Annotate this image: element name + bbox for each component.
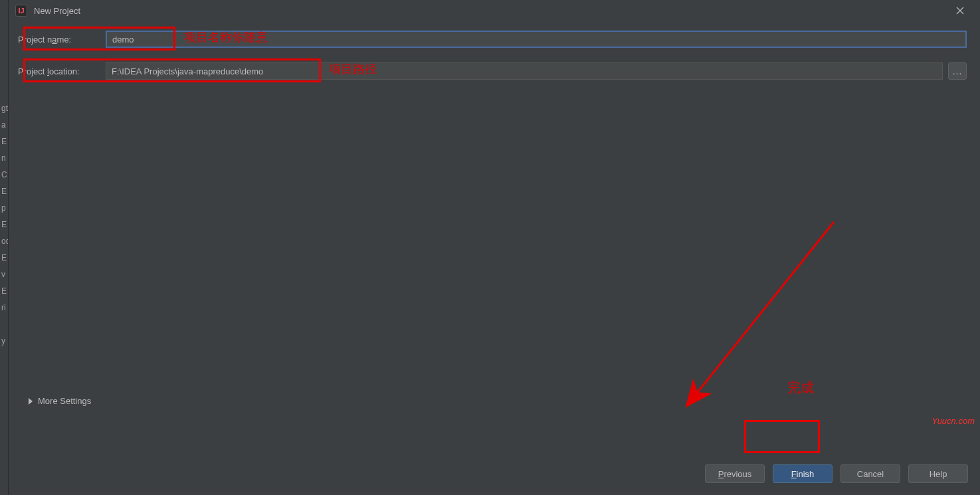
previous-button[interactable]: Previous <box>705 464 765 483</box>
background-text: y <box>0 332 8 349</box>
annotation-box-finish <box>744 420 820 453</box>
annotation-arrow <box>568 215 847 428</box>
background-text: E <box>0 133 8 149</box>
background-sidebar-peek: gtaEnCEpEocEvEriy <box>0 100 8 349</box>
svg-line-2 <box>688 222 834 405</box>
watermark: Yuucn.com <box>931 416 975 426</box>
background-text: v <box>0 266 8 282</box>
background-text: a <box>0 116 8 133</box>
background-text: E <box>0 183 8 199</box>
project-name-label: Project name: <box>18 35 99 45</box>
background-text: E <box>0 282 8 299</box>
help-button[interactable]: Help <box>908 464 968 483</box>
new-project-dialog: IJ New Project Project name: 项目名称你随意 Pro… <box>8 0 980 495</box>
background-text: oc <box>0 233 8 249</box>
browse-button[interactable]: ... <box>948 62 967 80</box>
dialog-content: Project name: 项目名称你随意 Project location: … <box>9 21 980 458</box>
titlebar: IJ New Project <box>9 0 980 21</box>
background-text: p <box>0 199 8 216</box>
annotation-text-finish: 完成 <box>787 379 814 397</box>
background-text: E <box>0 249 8 266</box>
app-icon: IJ <box>15 5 27 17</box>
project-name-row: Project name: 项目名称你随意 <box>18 31 967 48</box>
finish-button[interactable]: Finish <box>773 464 833 483</box>
cancel-button[interactable]: Cancel <box>840 464 900 483</box>
background-text: ri <box>0 299 8 316</box>
background-text: gt <box>0 100 8 116</box>
background-text: n <box>0 149 8 166</box>
background-text <box>0 316 8 332</box>
close-icon[interactable] <box>947 1 973 20</box>
background-text: E <box>0 216 8 233</box>
chevron-right-icon <box>29 398 33 405</box>
more-settings-toggle[interactable]: More Settings <box>29 396 91 406</box>
button-bar: Previous Finish Cancel Help <box>9 458 980 495</box>
project-name-input[interactable] <box>106 31 967 48</box>
window-title: New Project <box>34 6 80 16</box>
project-location-row: Project location: ... 项目路径 <box>18 62 967 80</box>
project-location-label: Project location: <box>18 66 99 76</box>
background-text: C <box>0 166 8 183</box>
more-settings-label: More Settings <box>38 396 91 406</box>
project-location-input[interactable] <box>106 62 943 80</box>
